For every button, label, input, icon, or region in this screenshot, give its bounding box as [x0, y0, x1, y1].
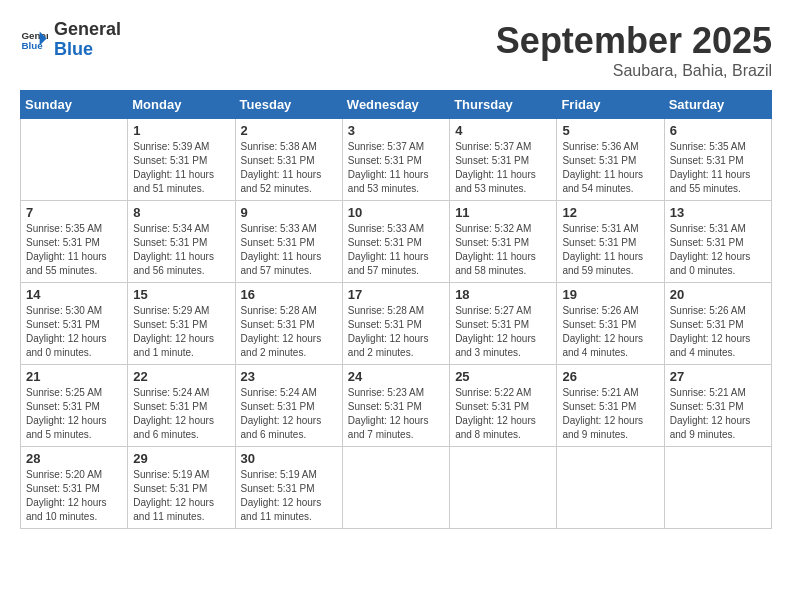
- day-info: Sunrise: 5:26 AM Sunset: 5:31 PM Dayligh…: [670, 304, 766, 360]
- day-info: Sunrise: 5:39 AM Sunset: 5:31 PM Dayligh…: [133, 140, 229, 196]
- page-header: General Blue General Blue September 2025…: [20, 20, 772, 80]
- day-info: Sunrise: 5:30 AM Sunset: 5:31 PM Dayligh…: [26, 304, 122, 360]
- day-info: Sunrise: 5:38 AM Sunset: 5:31 PM Dayligh…: [241, 140, 337, 196]
- calendar-cell: 2Sunrise: 5:38 AM Sunset: 5:31 PM Daylig…: [235, 119, 342, 201]
- weekday-header-sunday: Sunday: [21, 91, 128, 119]
- day-number: 22: [133, 369, 229, 384]
- day-number: 1: [133, 123, 229, 138]
- calendar-cell: 25Sunrise: 5:22 AM Sunset: 5:31 PM Dayli…: [450, 365, 557, 447]
- calendar-cell: 22Sunrise: 5:24 AM Sunset: 5:31 PM Dayli…: [128, 365, 235, 447]
- logo: General Blue General Blue: [20, 20, 121, 60]
- day-info: Sunrise: 5:28 AM Sunset: 5:31 PM Dayligh…: [348, 304, 444, 360]
- calendar-cell: 20Sunrise: 5:26 AM Sunset: 5:31 PM Dayli…: [664, 283, 771, 365]
- day-number: 11: [455, 205, 551, 220]
- day-info: Sunrise: 5:37 AM Sunset: 5:31 PM Dayligh…: [455, 140, 551, 196]
- calendar-cell: 17Sunrise: 5:28 AM Sunset: 5:31 PM Dayli…: [342, 283, 449, 365]
- day-number: 17: [348, 287, 444, 302]
- title-area: September 2025 Saubara, Bahia, Brazil: [496, 20, 772, 80]
- day-info: Sunrise: 5:23 AM Sunset: 5:31 PM Dayligh…: [348, 386, 444, 442]
- day-info: Sunrise: 5:31 AM Sunset: 5:31 PM Dayligh…: [670, 222, 766, 278]
- day-number: 7: [26, 205, 122, 220]
- week-row-2: 7Sunrise: 5:35 AM Sunset: 5:31 PM Daylig…: [21, 201, 772, 283]
- calendar-cell: [664, 447, 771, 529]
- day-info: Sunrise: 5:21 AM Sunset: 5:31 PM Dayligh…: [562, 386, 658, 442]
- day-info: Sunrise: 5:21 AM Sunset: 5:31 PM Dayligh…: [670, 386, 766, 442]
- day-info: Sunrise: 5:22 AM Sunset: 5:31 PM Dayligh…: [455, 386, 551, 442]
- day-info: Sunrise: 5:34 AM Sunset: 5:31 PM Dayligh…: [133, 222, 229, 278]
- weekday-header-tuesday: Tuesday: [235, 91, 342, 119]
- day-info: Sunrise: 5:26 AM Sunset: 5:31 PM Dayligh…: [562, 304, 658, 360]
- day-number: 3: [348, 123, 444, 138]
- week-row-3: 14Sunrise: 5:30 AM Sunset: 5:31 PM Dayli…: [21, 283, 772, 365]
- calendar-cell: 30Sunrise: 5:19 AM Sunset: 5:31 PM Dayli…: [235, 447, 342, 529]
- day-number: 2: [241, 123, 337, 138]
- calendar-cell: 7Sunrise: 5:35 AM Sunset: 5:31 PM Daylig…: [21, 201, 128, 283]
- calendar-cell: 8Sunrise: 5:34 AM Sunset: 5:31 PM Daylig…: [128, 201, 235, 283]
- day-number: 30: [241, 451, 337, 466]
- weekday-header-friday: Friday: [557, 91, 664, 119]
- logo-icon: General Blue: [20, 26, 48, 54]
- calendar-cell: 15Sunrise: 5:29 AM Sunset: 5:31 PM Dayli…: [128, 283, 235, 365]
- logo-line2: Blue: [54, 40, 121, 60]
- day-number: 24: [348, 369, 444, 384]
- calendar-cell: [557, 447, 664, 529]
- calendar-cell: 6Sunrise: 5:35 AM Sunset: 5:31 PM Daylig…: [664, 119, 771, 201]
- day-info: Sunrise: 5:32 AM Sunset: 5:31 PM Dayligh…: [455, 222, 551, 278]
- calendar-cell: 26Sunrise: 5:21 AM Sunset: 5:31 PM Dayli…: [557, 365, 664, 447]
- calendar-cell: 5Sunrise: 5:36 AM Sunset: 5:31 PM Daylig…: [557, 119, 664, 201]
- calendar-cell: 3Sunrise: 5:37 AM Sunset: 5:31 PM Daylig…: [342, 119, 449, 201]
- day-number: 9: [241, 205, 337, 220]
- day-number: 4: [455, 123, 551, 138]
- weekday-header-wednesday: Wednesday: [342, 91, 449, 119]
- day-info: Sunrise: 5:31 AM Sunset: 5:31 PM Dayligh…: [562, 222, 658, 278]
- week-row-4: 21Sunrise: 5:25 AM Sunset: 5:31 PM Dayli…: [21, 365, 772, 447]
- day-number: 23: [241, 369, 337, 384]
- calendar-cell: 10Sunrise: 5:33 AM Sunset: 5:31 PM Dayli…: [342, 201, 449, 283]
- calendar-cell: 21Sunrise: 5:25 AM Sunset: 5:31 PM Dayli…: [21, 365, 128, 447]
- calendar-cell: 4Sunrise: 5:37 AM Sunset: 5:31 PM Daylig…: [450, 119, 557, 201]
- calendar-cell: 13Sunrise: 5:31 AM Sunset: 5:31 PM Dayli…: [664, 201, 771, 283]
- calendar-cell: 28Sunrise: 5:20 AM Sunset: 5:31 PM Dayli…: [21, 447, 128, 529]
- logo-line1: General: [54, 20, 121, 40]
- day-number: 20: [670, 287, 766, 302]
- calendar-cell: 29Sunrise: 5:19 AM Sunset: 5:31 PM Dayli…: [128, 447, 235, 529]
- day-number: 8: [133, 205, 229, 220]
- calendar-cell: 24Sunrise: 5:23 AM Sunset: 5:31 PM Dayli…: [342, 365, 449, 447]
- day-number: 27: [670, 369, 766, 384]
- day-number: 5: [562, 123, 658, 138]
- day-info: Sunrise: 5:28 AM Sunset: 5:31 PM Dayligh…: [241, 304, 337, 360]
- day-number: 25: [455, 369, 551, 384]
- week-row-5: 28Sunrise: 5:20 AM Sunset: 5:31 PM Dayli…: [21, 447, 772, 529]
- day-number: 28: [26, 451, 122, 466]
- calendar-table: SundayMondayTuesdayWednesdayThursdayFrid…: [20, 90, 772, 529]
- day-number: 14: [26, 287, 122, 302]
- day-info: Sunrise: 5:37 AM Sunset: 5:31 PM Dayligh…: [348, 140, 444, 196]
- weekday-header-monday: Monday: [128, 91, 235, 119]
- day-number: 6: [670, 123, 766, 138]
- day-number: 16: [241, 287, 337, 302]
- day-info: Sunrise: 5:24 AM Sunset: 5:31 PM Dayligh…: [241, 386, 337, 442]
- calendar-cell: [342, 447, 449, 529]
- calendar-cell: 14Sunrise: 5:30 AM Sunset: 5:31 PM Dayli…: [21, 283, 128, 365]
- day-number: 19: [562, 287, 658, 302]
- day-info: Sunrise: 5:35 AM Sunset: 5:31 PM Dayligh…: [26, 222, 122, 278]
- day-info: Sunrise: 5:24 AM Sunset: 5:31 PM Dayligh…: [133, 386, 229, 442]
- calendar-cell: 11Sunrise: 5:32 AM Sunset: 5:31 PM Dayli…: [450, 201, 557, 283]
- day-info: Sunrise: 5:19 AM Sunset: 5:31 PM Dayligh…: [133, 468, 229, 524]
- day-info: Sunrise: 5:27 AM Sunset: 5:31 PM Dayligh…: [455, 304, 551, 360]
- calendar-cell: 9Sunrise: 5:33 AM Sunset: 5:31 PM Daylig…: [235, 201, 342, 283]
- day-number: 12: [562, 205, 658, 220]
- calendar-cell: 16Sunrise: 5:28 AM Sunset: 5:31 PM Dayli…: [235, 283, 342, 365]
- day-info: Sunrise: 5:36 AM Sunset: 5:31 PM Dayligh…: [562, 140, 658, 196]
- day-number: 21: [26, 369, 122, 384]
- calendar-cell: [450, 447, 557, 529]
- day-info: Sunrise: 5:25 AM Sunset: 5:31 PM Dayligh…: [26, 386, 122, 442]
- location-title: Saubara, Bahia, Brazil: [496, 62, 772, 80]
- day-info: Sunrise: 5:33 AM Sunset: 5:31 PM Dayligh…: [241, 222, 337, 278]
- day-info: Sunrise: 5:20 AM Sunset: 5:31 PM Dayligh…: [26, 468, 122, 524]
- calendar-cell: 12Sunrise: 5:31 AM Sunset: 5:31 PM Dayli…: [557, 201, 664, 283]
- weekday-header-saturday: Saturday: [664, 91, 771, 119]
- calendar-cell: 27Sunrise: 5:21 AM Sunset: 5:31 PM Dayli…: [664, 365, 771, 447]
- calendar-cell: 19Sunrise: 5:26 AM Sunset: 5:31 PM Dayli…: [557, 283, 664, 365]
- day-number: 10: [348, 205, 444, 220]
